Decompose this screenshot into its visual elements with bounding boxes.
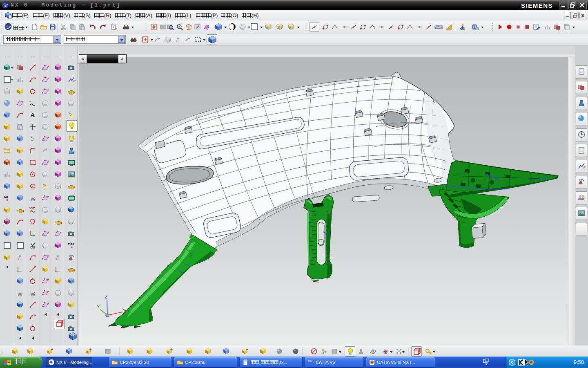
svg-text:+: + bbox=[89, 348, 91, 352]
svg-text:TIFF: TIFF bbox=[68, 242, 74, 246]
svg-text:+: + bbox=[246, 348, 248, 352]
svg-text:X: X bbox=[124, 310, 127, 314]
svg-text:A: A bbox=[31, 112, 35, 118]
svg-text:XYZ: XYZ bbox=[29, 207, 35, 210]
svg-text:~: ~ bbox=[29, 100, 31, 103]
svg-text:+: + bbox=[31, 139, 33, 142]
svg-text:Y: Y bbox=[97, 304, 100, 309]
svg-text:+: + bbox=[33, 137, 35, 141]
svg-text:Z: Z bbox=[105, 295, 107, 300]
svg-text:+: + bbox=[170, 348, 172, 352]
svg-text:+: + bbox=[51, 348, 53, 352]
svg-text:AB: AB bbox=[4, 195, 8, 199]
svg-text:i: i bbox=[113, 25, 114, 29]
